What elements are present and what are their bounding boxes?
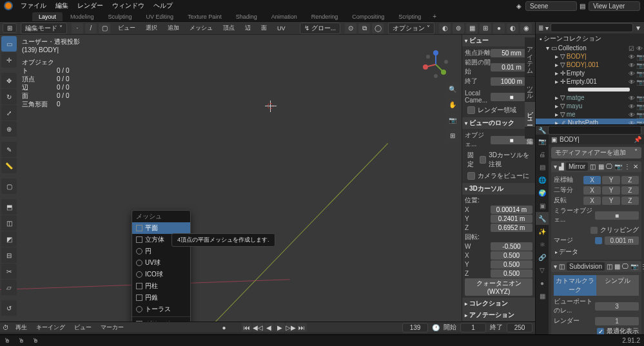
current-frame[interactable]: 139 (402, 323, 428, 332)
scene-selector[interactable]: Scene (525, 1, 577, 11)
proptab-data[interactable]: ▽ (536, 264, 549, 276)
tab-scripting[interactable]: Scripting (392, 12, 427, 21)
proptab-particles[interactable]: ✨ (536, 225, 549, 238)
cursor-rw[interactable]: -0.500 (491, 242, 532, 251)
shading-render[interactable]: ◉ (520, 23, 532, 34)
play[interactable]: ▶ (275, 323, 285, 332)
play-reverse[interactable]: ◀ (264, 323, 274, 332)
tool-select[interactable]: ▭ (1, 36, 17, 52)
proportional-toggle[interactable]: ◯ (372, 23, 384, 34)
shading-wire[interactable]: ⊞ (480, 23, 491, 34)
keyframe-next[interactable]: ▷▶ (286, 323, 296, 332)
mod-editmode-icon[interactable]: ▦ (614, 263, 620, 271)
tool-addcube[interactable]: ▢ (1, 178, 17, 194)
menu-help[interactable]: ヘルプ (150, 0, 177, 12)
tool-transform[interactable]: ⊕ (1, 121, 17, 137)
mod-realtime-icon[interactable]: 🖵 (622, 263, 629, 271)
menu-uvsphere[interactable]: UV球 (132, 257, 190, 269)
tab-layout[interactable]: Layout (32, 12, 63, 21)
nav-gizmo[interactable] (422, 50, 450, 79)
tab-texturepaint[interactable]: Texture Paint (181, 12, 228, 21)
menu-torus[interactable]: トーラス (132, 303, 190, 315)
snap-toggle[interactable]: ⧉ (358, 23, 370, 34)
proptab-render[interactable]: 📷 (536, 135, 549, 148)
tl-menu-marker[interactable]: マーカー (98, 323, 126, 332)
outliner-filter-icon[interactable]: ▼ (635, 24, 641, 32)
proptab-viewlayer[interactable]: ▤ (536, 160, 549, 173)
nav-camera-icon[interactable]: 📷 (446, 113, 459, 126)
subdiv-viewport[interactable]: 3 (595, 302, 639, 311)
tab-compositing[interactable]: Compositing (346, 12, 391, 21)
bisect-z[interactable]: Z (621, 186, 639, 195)
tool-cursor[interactable]: ✛ (1, 52, 17, 68)
timeline-editor-type[interactable]: ⏱ (3, 324, 9, 331)
tab-rendering[interactable]: Rendering (305, 12, 345, 21)
proptab-physics[interactable]: ⚛ (536, 238, 549, 251)
3d-viewport[interactable]: ▭ ✛ ✥ ↻ ⤢ ⊕ ✎ 📏 ▢ ⬒ ◫ ◩ ⊟ ✂ ▱ ↺ (0, 35, 535, 322)
proptab-constraints[interactable]: 🔗 (536, 251, 549, 264)
cursor-rx[interactable]: 0.500 (491, 251, 532, 260)
cursor-z[interactable]: 0.6952 m (491, 224, 532, 232)
ntab-edit[interactable]: 編集 (525, 128, 535, 139)
mirror-axis-x[interactable]: X (583, 176, 601, 184)
tl-menu-view[interactable]: ビュー (72, 323, 94, 332)
tab-modeling[interactable]: Modeling (64, 12, 101, 21)
tab-sculpting[interactable]: Sculpting (102, 12, 139, 21)
tool-inset[interactable]: ◫ (1, 215, 17, 231)
menu-edit[interactable]: 編集 (52, 0, 72, 12)
nav-zoom-icon[interactable]: 🔍 (446, 82, 459, 95)
viewlayer-selector[interactable]: View Layer (589, 1, 640, 11)
render-region-check[interactable] (467, 106, 475, 114)
select-mode-edge[interactable]: / (85, 23, 97, 34)
menu-file[interactable]: ファイル (17, 0, 50, 12)
proptab-world[interactable]: 🌍 (536, 186, 549, 199)
menu-icosphere[interactable]: ICO球 (132, 269, 190, 280)
editor-type[interactable]: ⊞ (3, 23, 17, 33)
subdiv-simple[interactable]: シンプル (596, 275, 639, 296)
modifier-name[interactable]: Subdivision (567, 262, 605, 271)
mod-realtime-icon[interactable]: 🖵 (606, 163, 612, 171)
mod-render-icon[interactable]: 📷 (614, 163, 622, 171)
tool-knife[interactable]: ✂ (1, 264, 17, 279)
mod-extras-icon[interactable]: ⋮ (624, 163, 630, 171)
menu-circle[interactable]: 円 (132, 245, 190, 257)
add-modifier-button[interactable]: モディファイアーを追加 ˅ (551, 147, 641, 159)
subdiv-catmull[interactable]: カトマルクラーク (554, 275, 596, 296)
lock-cursor-check[interactable] (480, 156, 486, 164)
flip-z[interactable]: Z (621, 197, 639, 205)
jump-end[interactable]: ⏭ (297, 323, 307, 332)
mod-editmode-icon[interactable]: ▦ (598, 163, 605, 171)
jump-start[interactable]: ⏮ (242, 323, 252, 332)
lock-camview-check[interactable] (467, 172, 475, 180)
props-editor-type[interactable]: 🔧 (538, 127, 546, 134)
mode-selector[interactable]: 編集モード ˅ (21, 23, 67, 34)
merge-check[interactable] (595, 237, 602, 244)
mirror-axis-y[interactable]: Y (602, 176, 620, 184)
tool-bevel[interactable]: ◩ (1, 231, 17, 247)
tl-menu-playback[interactable]: 再生 (13, 323, 30, 332)
vp-menu-edge[interactable]: 辺 (242, 23, 254, 34)
menu-window[interactable]: ウィンドウ (108, 0, 148, 12)
orientation-selector[interactable]: ↯ グロー... (300, 23, 340, 34)
mirror-axis-z[interactable]: Z (621, 176, 639, 184)
outliner-search[interactable] (551, 23, 633, 32)
proptab-object[interactable]: ▣ (536, 199, 549, 212)
flip-x[interactable]: X (583, 197, 601, 205)
cursor-x[interactable]: 0.00014 m (491, 206, 532, 214)
tool-move[interactable]: ✥ (1, 73, 17, 88)
vp-menu-view[interactable]: ビュー (115, 23, 139, 34)
menu-cone[interactable]: 円錐 (132, 292, 190, 303)
props-search[interactable] (548, 126, 641, 135)
flip-y[interactable]: Y (602, 197, 620, 205)
npanel-collections-header[interactable]: コレクション (462, 298, 535, 309)
vp-menu-vertex[interactable]: 頂点 (220, 23, 238, 34)
mod-oncage-icon[interactable]: ◫ (607, 263, 612, 271)
add-workspace[interactable]: + (429, 12, 440, 21)
npanel-annotations-header[interactable]: アノテーション (462, 309, 535, 321)
outliner-editor-type[interactable]: ≣ (538, 24, 543, 32)
mirror-data-header[interactable]: データ (554, 246, 639, 258)
cursor-ry[interactable]: 0.500 (491, 260, 532, 269)
vp-menu-face[interactable]: 面 (258, 23, 270, 34)
vp-menu-add[interactable]: 追加 (164, 23, 182, 34)
merge-distance[interactable]: 0.001 m (605, 236, 639, 245)
